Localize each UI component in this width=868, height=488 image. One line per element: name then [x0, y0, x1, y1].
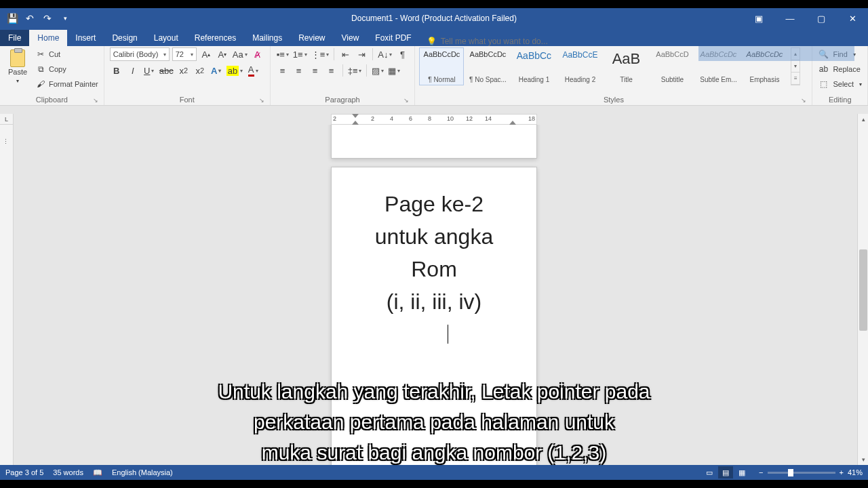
strike-button[interactable]: abc: [159, 64, 174, 77]
scroll-down-icon[interactable]: ▾: [858, 454, 868, 465]
window-controls: ▣ — ▢ ✕: [743, 8, 868, 28]
numbering-button[interactable]: 1≡: [292, 47, 308, 61]
tab-foxit[interactable]: Foxit PDF: [367, 30, 419, 46]
justify-button[interactable]: ≡: [325, 64, 338, 77]
zoom-out-button[interactable]: −: [759, 468, 763, 476]
first-line-indent-marker[interactable]: [352, 114, 359, 118]
maximize-button[interactable]: ▢: [806, 8, 837, 28]
cut-button[interactable]: ✂Cut: [34, 47, 100, 61]
highlight-button[interactable]: ab: [226, 64, 243, 77]
tab-file[interactable]: File: [0, 30, 29, 46]
paste-button[interactable]: Paste▾: [4, 47, 31, 85]
paragraph-launcher[interactable]: ↘: [403, 97, 409, 104]
qat-customize-icon[interactable]: ▾: [58, 12, 72, 25]
status-words[interactable]: 35 words: [53, 468, 83, 476]
tab-insert[interactable]: Insert: [67, 30, 104, 46]
page-current[interactable]: Page ke-2 untuk angka Rom (i, ii, iii, i…: [331, 167, 537, 465]
sort-button[interactable]: A↓: [377, 47, 393, 61]
clipboard-launcher[interactable]: ↘: [93, 97, 98, 104]
text-effects-button[interactable]: A: [210, 64, 223, 77]
style-item[interactable]: AaBbCcDc¶ Normal: [419, 47, 464, 85]
grow-font-button[interactable]: A▴: [199, 47, 213, 61]
zoom-in-button[interactable]: +: [840, 468, 844, 476]
change-case-button[interactable]: Aa: [232, 47, 248, 61]
cursor-icon: ⬚: [818, 79, 829, 89]
doc-line-1[interactable]: Page ke-2: [348, 188, 520, 220]
web-layout-button[interactable]: ▦: [734, 466, 749, 479]
tell-me-input[interactable]: [441, 37, 576, 46]
select-button[interactable]: ⬚Select▾: [816, 77, 863, 91]
style-item[interactable]: AaBbCcDSubtitle: [650, 47, 694, 85]
zoom-level[interactable]: 41%: [848, 468, 863, 476]
tab-references[interactable]: References: [186, 30, 244, 46]
close-button[interactable]: ✕: [837, 8, 868, 28]
tab-view[interactable]: View: [334, 30, 368, 46]
doc-line-4[interactable]: (i, ii, iii, iv): [348, 285, 520, 318]
font-color-button[interactable]: A: [246, 64, 260, 77]
doc-line-3[interactable]: Rom: [348, 253, 520, 285]
multilevel-button[interactable]: ⋮≡: [311, 47, 330, 61]
shading-button[interactable]: ▨: [371, 64, 384, 77]
align-right-button[interactable]: ≡: [309, 64, 322, 77]
status-page[interactable]: Page 3 of 5: [5, 468, 43, 476]
tab-review[interactable]: Review: [290, 30, 333, 46]
print-layout-button[interactable]: ▤: [718, 466, 733, 479]
vertical-scrollbar[interactable]: ▴ ▾: [857, 114, 868, 465]
quick-access-toolbar: 💾 ↶ ↷ ▾: [0, 12, 77, 25]
ribbon-tabs: File Home Insert Design Layout Reference…: [0, 28, 868, 46]
copy-button[interactable]: ⧉Copy: [34, 62, 100, 76]
font-launcher[interactable]: ↘: [259, 97, 264, 104]
save-icon[interactable]: 💾: [5, 12, 19, 25]
superscript-button[interactable]: x2: [193, 64, 207, 77]
align-left-button[interactable]: ≡: [276, 64, 290, 77]
tab-design[interactable]: Design: [104, 30, 145, 46]
italic-button[interactable]: I: [126, 64, 140, 77]
window-title: Document1 - Word (Product Activation Fai…: [351, 14, 517, 23]
clear-formatting-button[interactable]: A̷: [251, 47, 264, 61]
tab-mailings[interactable]: Mailings: [244, 30, 290, 46]
subscript-button[interactable]: x2: [177, 64, 191, 77]
bullets-button[interactable]: ▪≡: [276, 47, 290, 61]
minimize-button[interactable]: —: [774, 8, 806, 28]
horizontal-ruler[interactable]: 2246810121418: [331, 114, 537, 125]
zoom-control: − + 41%: [759, 468, 863, 476]
styles-launcher[interactable]: ↘: [801, 97, 806, 104]
increase-indent-button[interactable]: ⇥: [355, 47, 368, 61]
zoom-slider[interactable]: [768, 472, 835, 474]
read-mode-button[interactable]: ▭: [702, 466, 717, 479]
page-previous[interactable]: [331, 125, 537, 159]
undo-icon[interactable]: ↶: [23, 12, 37, 25]
tab-home[interactable]: Home: [29, 30, 67, 46]
line-spacing-button[interactable]: ‡≡: [347, 64, 363, 77]
document-area[interactable]: Page ke-2 untuk angka Rom (i, ii, iii, i…: [14, 125, 857, 465]
shrink-font-button[interactable]: A▾: [216, 47, 229, 61]
scissors-icon: ✂: [35, 49, 46, 60]
format-painter-button[interactable]: 🖌Format Painter: [34, 77, 100, 91]
vertical-ruler[interactable]: ⋮: [0, 125, 14, 465]
tab-layout[interactable]: Layout: [146, 30, 186, 46]
bold-button[interactable]: B: [110, 64, 123, 77]
spellcheck-icon[interactable]: 📖: [93, 468, 102, 477]
style-item[interactable]: AaBbCcDc¶ No Spac...: [465, 47, 510, 85]
paintbrush-icon: 🖌: [35, 79, 46, 89]
style-item[interactable]: AaBbCcHeading 1: [511, 47, 556, 85]
replace-icon: ab: [818, 64, 829, 75]
ribbon-options-icon[interactable]: ▣: [743, 8, 774, 28]
font-name-combo[interactable]: Calibri (Body)▾: [110, 47, 170, 61]
word-window: 💾 ↶ ↷ ▾ Document1 - Word (Product Activa…: [0, 8, 868, 480]
scroll-up-icon[interactable]: ▴: [858, 114, 868, 125]
borders-button[interactable]: ▦: [387, 64, 401, 77]
underline-button[interactable]: U: [142, 64, 156, 77]
replace-button[interactable]: abReplace: [816, 62, 861, 76]
redo-icon[interactable]: ↷: [41, 12, 54, 25]
style-item[interactable]: AaBbCcEHeading 2: [557, 47, 602, 85]
font-size-combo[interactable]: 72▾: [172, 47, 197, 61]
align-center-button[interactable]: ≡: [292, 64, 306, 77]
show-marks-button[interactable]: ¶: [395, 47, 409, 61]
tell-me[interactable]: 💡: [420, 37, 583, 46]
decrease-indent-button[interactable]: ⇤: [338, 47, 352, 61]
style-item[interactable]: AaBTitle: [604, 47, 648, 85]
doc-line-2[interactable]: untuk angka: [348, 220, 520, 253]
scroll-thumb[interactable]: [859, 249, 867, 331]
status-language[interactable]: English (Malaysia): [112, 468, 173, 476]
